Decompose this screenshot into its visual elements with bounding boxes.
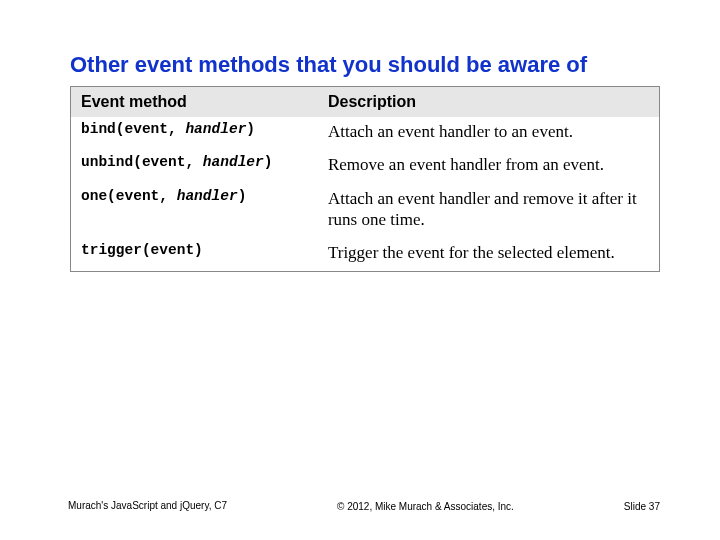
- methods-table: Event method Description bind(event, han…: [70, 86, 660, 272]
- method-text: trigger(event): [81, 242, 203, 258]
- table: Event method Description bind(event, han…: [71, 87, 659, 271]
- desc-cell: Attach an event handler to an event.: [318, 117, 659, 150]
- table-row: bind(event, handler) Attach an event han…: [71, 117, 659, 150]
- method-text: ): [238, 188, 247, 204]
- method-cell: trigger(event): [71, 238, 318, 271]
- desc-cell: Remove an event handler from an event.: [318, 150, 659, 183]
- table-row: unbind(event, handler) Remove an event h…: [71, 150, 659, 183]
- slide-footer: Murach's JavaScript and jQuery, C7 © 201…: [68, 500, 660, 512]
- table-header-row: Event method Description: [71, 87, 659, 117]
- method-cell: bind(event, handler): [71, 117, 318, 150]
- col-header-method: Event method: [71, 87, 318, 117]
- desc-cell: Trigger the event for the selected eleme…: [318, 238, 659, 271]
- slide: Other event methods that you should be a…: [0, 0, 720, 540]
- footer-center: © 2012, Mike Murach & Associates, Inc.: [227, 501, 624, 512]
- method-param: handler: [185, 121, 246, 137]
- method-param: handler: [203, 154, 264, 170]
- desc-cell: Attach an event handler and remove it af…: [318, 184, 659, 239]
- method-text: ): [264, 154, 273, 170]
- footer-left: Murach's JavaScript and jQuery, C7: [68, 500, 227, 512]
- slide-title: Other event methods that you should be a…: [70, 52, 680, 78]
- method-cell: one(event, handler): [71, 184, 318, 239]
- table-row: one(event, handler) Attach an event hand…: [71, 184, 659, 239]
- method-text: ): [246, 121, 255, 137]
- method-text: one(event,: [81, 188, 177, 204]
- table-row: trigger(event) Trigger the event for the…: [71, 238, 659, 271]
- method-text: bind(event,: [81, 121, 185, 137]
- method-text: unbind(event,: [81, 154, 203, 170]
- footer-right: Slide 37: [624, 501, 660, 512]
- method-cell: unbind(event, handler): [71, 150, 318, 183]
- col-header-description: Description: [318, 87, 659, 117]
- method-param: handler: [177, 188, 238, 204]
